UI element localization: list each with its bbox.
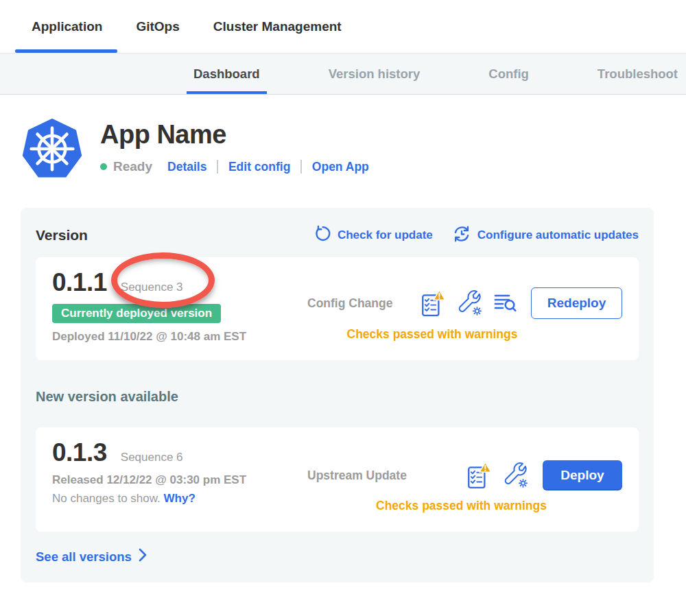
version-card-title: Version: [36, 227, 88, 244]
why-link[interactable]: Why?: [164, 492, 196, 505]
active-tab-underline: [15, 49, 117, 53]
version-source-label: Upstream Update: [307, 469, 407, 483]
checks-warning-text: Checks passed with warnings: [307, 499, 615, 513]
config-wrench-icon[interactable]: [503, 462, 529, 489]
nav-item-label: Cluster Management: [213, 19, 342, 34]
redeploy-button[interactable]: Redeploy: [531, 287, 622, 319]
current-sequence-label: Sequence 3: [121, 281, 183, 294]
nav-item-label: GitOps: [136, 19, 179, 34]
chevron-right-icon: [139, 548, 147, 565]
current-version-row: 0.1.1 Sequence 3 Currently deployed vers…: [36, 257, 639, 360]
checks-warning-text: Checks passed with warnings: [307, 327, 557, 342]
divider: [217, 160, 218, 174]
no-changes-text: No changes to show.: [52, 492, 161, 505]
tab-config[interactable]: Config: [488, 54, 529, 94]
preflight-checks-warning-icon[interactable]: [421, 289, 446, 318]
status-text: Ready: [113, 159, 152, 174]
released-timestamp: Released 12/12/22 @ 03:30 pm EST: [52, 473, 307, 487]
tab-label: Config: [488, 67, 529, 82]
new-version-heading: New version available: [36, 389, 639, 405]
divider: [300, 160, 302, 174]
page-title: App Name: [100, 120, 369, 150]
version-source-label: Config Change: [307, 296, 392, 311]
available-version-number: 0.1.3: [52, 438, 107, 467]
auto-update-clock-icon: [452, 224, 471, 247]
current-version-number: 0.1.1: [52, 268, 107, 297]
view-files-magnifier-icon[interactable]: [494, 292, 517, 315]
available-sequence-label: Sequence 6: [121, 451, 183, 464]
kubernetes-logo-icon: [21, 117, 84, 180]
see-all-versions-link[interactable]: See all versions: [36, 548, 639, 565]
primary-nav: Application GitOps Cluster Management: [0, 0, 686, 53]
app-subnav: Dashboard Version history Config Trouble…: [0, 53, 686, 95]
available-version-row: 0.1.3 Sequence 6 Released 12/12/22 @ 03:…: [36, 427, 639, 532]
tab-label: Troubleshoot: [598, 67, 678, 82]
active-tab-underline: [187, 91, 267, 94]
nav-item-gitops[interactable]: GitOps: [136, 0, 179, 53]
nav-item-application[interactable]: Application: [32, 0, 102, 53]
nav-item-label: Application: [32, 19, 102, 34]
tab-version-history[interactable]: Version history: [329, 54, 421, 94]
deploy-button[interactable]: Deploy: [543, 460, 622, 490]
refresh-icon: [314, 225, 331, 246]
app-header: App Name Ready Details Edit config Open …: [21, 117, 686, 180]
nav-item-cluster-management[interactable]: Cluster Management: [213, 0, 342, 53]
edit-config-link[interactable]: Edit config: [228, 160, 290, 174]
check-for-update-button[interactable]: Check for update: [314, 225, 433, 246]
status-dot-icon: [100, 163, 107, 170]
currently-deployed-badge: Currently deployed version: [52, 304, 221, 323]
tab-label: Dashboard: [193, 67, 260, 82]
config-wrench-icon[interactable]: [457, 289, 483, 317]
configure-automatic-updates-button[interactable]: Configure automatic updates: [452, 224, 639, 247]
preflight-checks-warning-icon[interactable]: [467, 461, 492, 490]
details-link[interactable]: Details: [167, 160, 206, 174]
open-app-link[interactable]: Open App: [312, 160, 369, 174]
tab-dashboard[interactable]: Dashboard: [193, 54, 260, 94]
tab-troubleshoot[interactable]: Troubleshoot: [598, 54, 678, 94]
deployed-timestamp: Deployed 11/10/22 @ 10:48 am EST: [52, 330, 307, 344]
version-card: Version Check for update: [21, 208, 654, 582]
tab-label: Version history: [329, 67, 421, 82]
